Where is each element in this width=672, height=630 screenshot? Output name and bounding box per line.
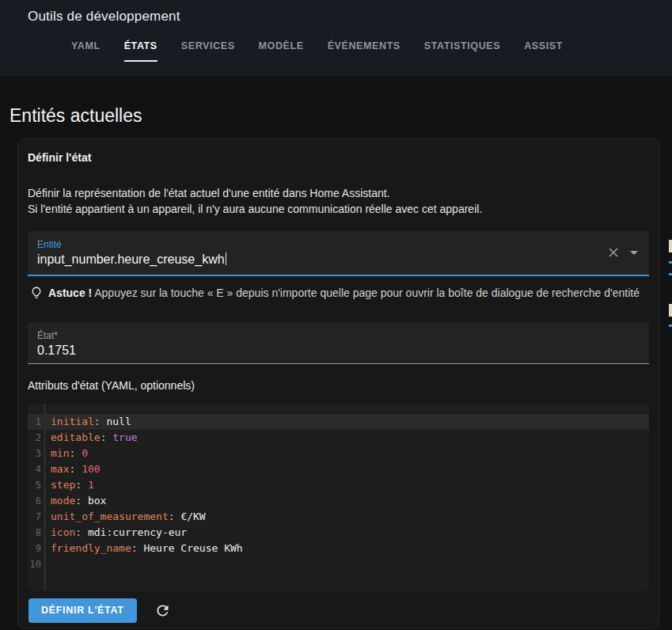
card-actions: DÉFINIR L'ÉTAT — [28, 598, 649, 623]
entity-field-value[interactable]: input_number.heure_creuse_kwh — [37, 252, 225, 267]
chevron-down-icon[interactable] — [630, 251, 638, 255]
line-number: 10 — [28, 556, 41, 572]
yaml-editor[interactable]: 1initial: null2editable: true3min: 04max… — [28, 404, 649, 591]
set-state-card: Définir l'état Définir la représentation… — [17, 139, 659, 628]
app-header: Outils de développement YAML ÉTATS SERVI… — [0, 0, 672, 76]
clipped-right-panel-fragment — [669, 273, 672, 275]
app-title: Outils de développement — [0, 0, 672, 25]
clipped-right-panel-fragment — [669, 304, 672, 317]
description-line-1: Définir la représentation de l'état actu… — [28, 185, 649, 201]
entity-field[interactable]: Entité input_number.heure_creuse_kwh — [28, 231, 649, 276]
tab-etats[interactable]: ÉTATS — [124, 40, 158, 62]
card-title: Définir l'état — [28, 152, 649, 163]
tip-row: Astuce ! Appuyez sur la touche « E » dep… — [28, 283, 649, 303]
refresh-button[interactable] — [154, 602, 171, 619]
line-number: 7 — [28, 509, 41, 525]
lightbulb-icon — [29, 285, 44, 301]
tab-services[interactable]: SERVICES — [181, 40, 235, 62]
state-field-label: État* — [37, 330, 640, 341]
refresh-icon — [154, 602, 171, 619]
editor-line-2[interactable]: 2editable: true — [28, 430, 649, 446]
editor-line-8[interactable]: 8icon: mdi:currency-eur — [28, 525, 649, 541]
clipped-right-panel-fragment — [669, 261, 672, 264]
line-number: 3 — [28, 446, 41, 461]
clipped-right-panel-fragment — [669, 324, 672, 327]
tab-modele[interactable]: MODÈLE — [259, 40, 304, 62]
state-field-value[interactable]: 0.1751 — [37, 343, 76, 358]
tip-text: Appuyez sur la touche « E » depuis n'imp… — [94, 287, 640, 299]
editor-line-9[interactable]: 9friendly_name: Heure Creuse KWh — [28, 541, 649, 556]
tab-bar: YAML ÉTATS SERVICES MODÈLE ÉVÉNEMENTS ST… — [0, 40, 672, 62]
line-number: 8 — [28, 525, 41, 541]
tip-bold-label: Astuce ! — [48, 287, 92, 299]
line-number: 1 — [28, 414, 41, 430]
page-title: Entités actuelles — [9, 104, 672, 127]
tab-evenements[interactable]: ÉVÉNEMENTS — [328, 40, 401, 62]
tab-statistiques[interactable]: STATISTIQUES — [424, 40, 500, 62]
clear-icon[interactable] — [608, 247, 619, 258]
description-line-2: Si l'entité appartient à un appareil, il… — [28, 201, 649, 217]
card-description: Définir la représentation de l'état actu… — [28, 185, 649, 217]
editor-line-4[interactable]: 4max: 100 — [28, 461, 649, 477]
line-number: 9 — [28, 541, 41, 556]
clipped-right-panel-fragment — [669, 240, 672, 252]
text-cursor — [226, 252, 227, 265]
editor-line-3[interactable]: 3min: 0 — [28, 446, 649, 461]
line-number: 4 — [28, 461, 41, 477]
editor-line-5[interactable]: 5step: 1 — [28, 477, 649, 493]
state-field[interactable]: État* 0.1751 — [28, 322, 649, 364]
set-state-button[interactable]: DÉFINIR L'ÉTAT — [28, 598, 137, 623]
entity-field-label: Entité — [37, 239, 640, 250]
editor-line-10[interactable]: 10 — [28, 556, 649, 572]
yaml-editor-lines: 1initial: null2editable: true3min: 04max… — [28, 414, 649, 572]
editor-line-6[interactable]: 6mode: box — [28, 493, 649, 509]
editor-line-1[interactable]: 1initial: null — [28, 414, 649, 430]
line-number: 5 — [28, 477, 41, 493]
line-number: 6 — [28, 493, 41, 509]
attributes-label: Attributs d'état (YAML, optionnels) — [28, 379, 649, 392]
editor-line-7[interactable]: 7unit_of_measurement: €/KW — [28, 509, 649, 525]
tab-yaml[interactable]: YAML — [71, 40, 101, 62]
line-number: 2 — [28, 430, 41, 446]
tab-assist[interactable]: ASSIST — [524, 40, 563, 62]
